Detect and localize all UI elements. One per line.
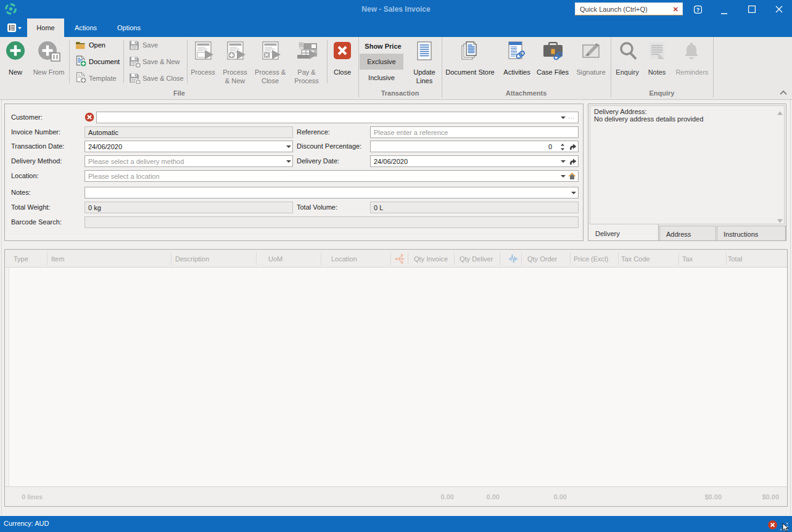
svg-text:?: ?: [696, 7, 700, 13]
